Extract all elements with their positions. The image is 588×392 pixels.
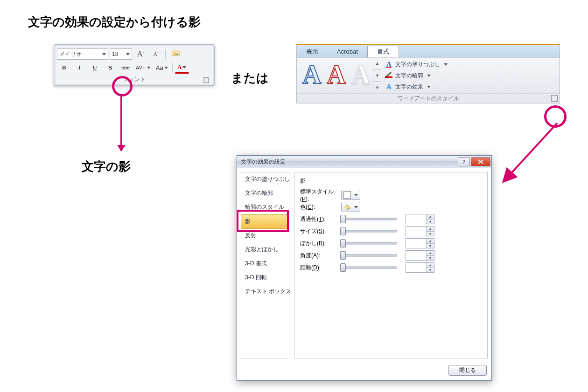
scroll-down-icon[interactable]: ▼ [373, 70, 381, 82]
or-label: または [231, 70, 269, 86]
bold-button[interactable]: B [57, 62, 71, 73]
size-slider[interactable] [341, 227, 397, 235]
eraser-icon: A a [172, 50, 180, 58]
page-title: 文字の効果の設定から付ける影 [28, 14, 201, 30]
preset-label: 標準スタイル(P): [300, 188, 341, 202]
blur-label: ぼかし(B): [300, 240, 341, 248]
increase-font-button[interactable]: Aˆ [133, 48, 147, 60]
char-spacing-button[interactable]: AV↔ [134, 62, 153, 73]
font-color-button[interactable]: A [175, 62, 189, 74]
chevron-down-icon [126, 53, 130, 55]
panel-heading: 影 [300, 177, 482, 185]
font-name-combo[interactable]: メイリオ [57, 48, 108, 60]
transparency-label: 透過性(T): [300, 215, 341, 223]
scroll-up-icon[interactable]: ▲ [373, 58, 381, 70]
text-outline-icon [385, 71, 392, 80]
dialog-panel-shadow: 影 標準スタイル(P): 色(C): 透過性 [294, 172, 488, 358]
close-button[interactable] [471, 157, 490, 166]
nav-glow[interactable]: 光彩とぼかし [241, 243, 289, 257]
font-size-value: 18 [112, 51, 125, 57]
ribbon-tabs: 表示 Acrobat 書式 [297, 45, 560, 57]
nav-3d-rotation[interactable]: 3-D 回転 [241, 271, 289, 285]
distance-label: 距離(D): [300, 264, 341, 272]
text-effects-icon: A [385, 83, 392, 91]
text-effects-button[interactable]: A 文字の効果 [385, 82, 556, 91]
font-size-combo[interactable]: 18 [110, 48, 132, 60]
highlight-circle [544, 105, 567, 128]
blur-slider[interactable] [341, 240, 397, 247]
color-label: 色(C): [300, 203, 341, 211]
close-icon [477, 159, 484, 165]
transparency-slider[interactable] [341, 215, 397, 223]
nav-textbox[interactable]: テキスト ボックス [241, 285, 289, 299]
preset-dropdown[interactable] [341, 190, 360, 200]
italic-button[interactable]: I [72, 62, 86, 73]
preset-swatch-icon [343, 191, 351, 199]
chevron-down-icon [354, 206, 358, 208]
font-toolbar: メイリオ 18 Aˆ Aˇ A a B I U S abc AV↔ Aa [54, 44, 215, 86]
chevron-down-icon [147, 67, 151, 69]
separator [165, 49, 166, 59]
dialog-titlebar: 文字の効果の設定 ? [237, 156, 491, 168]
tab-view[interactable]: 表示 [297, 46, 328, 57]
text-effects-dialog: 文字の効果の設定 ? 文字の塗りつぶし 文字の輪郭 輪郭のスタイル 影 反射 光… [237, 155, 492, 381]
chevron-down-icon [444, 63, 448, 66]
wordart-gallery[interactable]: A A A [297, 58, 373, 93]
font-group-label: フォント [57, 75, 211, 85]
dialog-title-text: 文字の効果の設定 [241, 158, 286, 166]
nav-outline-style[interactable]: 輪郭のスタイル [241, 200, 289, 214]
help-button[interactable]: ? [458, 157, 470, 166]
chevron-down-icon [102, 53, 106, 55]
strikethrough-button[interactable]: abc [119, 62, 133, 73]
text-outline-button[interactable]: 文字の輪郭 [385, 71, 556, 80]
close-dialog-button[interactable]: 閉じる [448, 365, 487, 376]
font-name-value: メイリオ [59, 50, 101, 58]
dialog-launcher-button[interactable] [551, 95, 558, 102]
chevron-down-icon [427, 86, 431, 88]
text-fill-button[interactable]: A 文字の塗りつぶし [385, 60, 556, 69]
color-dropdown[interactable] [341, 202, 360, 212]
wordart-style-blue[interactable]: A [302, 62, 321, 89]
gallery-expand-icon[interactable]: ▼ [373, 82, 381, 93]
wordart-group-label: ワードアートのスタイル [297, 93, 560, 103]
nav-text-outline[interactable]: 文字の輪郭 [241, 186, 289, 200]
size-label: サイズ(S): [300, 227, 341, 235]
paint-bucket-icon [343, 204, 351, 210]
text-fill-icon: A [385, 61, 392, 69]
underline-button[interactable]: U [88, 62, 102, 73]
angle-slider[interactable] [341, 252, 397, 259]
angle-label: 角度(A): [300, 252, 341, 260]
distance-spin[interactable]: ▲▼ [406, 262, 434, 273]
decrease-font-button[interactable]: Aˇ [149, 48, 163, 60]
blur-spin[interactable]: ▲▼ [406, 238, 434, 248]
separator [172, 63, 173, 72]
transparency-spin[interactable]: ▲▼ [406, 214, 434, 224]
nav-reflection[interactable]: 反射 [241, 229, 289, 243]
wordart-options: A 文字の塗りつぶし 文字の輪郭 A 文字の効果 [381, 58, 560, 93]
tab-format[interactable]: 書式 [367, 46, 399, 57]
svg-text:A: A [174, 52, 176, 56]
chevron-down-icon [354, 194, 358, 196]
distance-slider[interactable] [341, 264, 397, 271]
arrow-down-icon [120, 95, 122, 151]
arrow-diagonal-icon [500, 120, 561, 186]
gallery-scroll[interactable]: ▲ ▼ ▼ [373, 58, 381, 93]
wordart-style-red[interactable]: A [327, 62, 345, 89]
nav-shadow[interactable]: 影 [241, 214, 289, 229]
svg-rect-3 [385, 76, 392, 78]
chevron-down-icon [164, 67, 168, 69]
nav-3d-format[interactable]: 3-D 書式 [241, 257, 289, 271]
chevron-down-icon [182, 66, 186, 69]
svg-line-4 [506, 123, 557, 179]
clear-formatting-button[interactable]: A a [168, 48, 184, 60]
ribbon-wordart-group: 表示 Acrobat 書式 A A A ▲ ▼ ▼ A 文字の塗りつぶし 文字の… [296, 44, 560, 103]
angle-spin[interactable]: ▲▼ [406, 250, 434, 261]
shadow-callout-label: 文字の影 [82, 158, 131, 175]
size-spin[interactable]: ▲▼ [406, 226, 434, 236]
text-shadow-button[interactable]: S [103, 62, 117, 73]
nav-text-fill[interactable]: 文字の塗りつぶし [241, 172, 289, 186]
wordart-style-white[interactable]: A [351, 62, 370, 89]
tab-acrobat[interactable]: Acrobat [328, 46, 367, 57]
change-case-button[interactable]: Aa [154, 62, 170, 73]
chevron-down-icon [427, 75, 431, 77]
